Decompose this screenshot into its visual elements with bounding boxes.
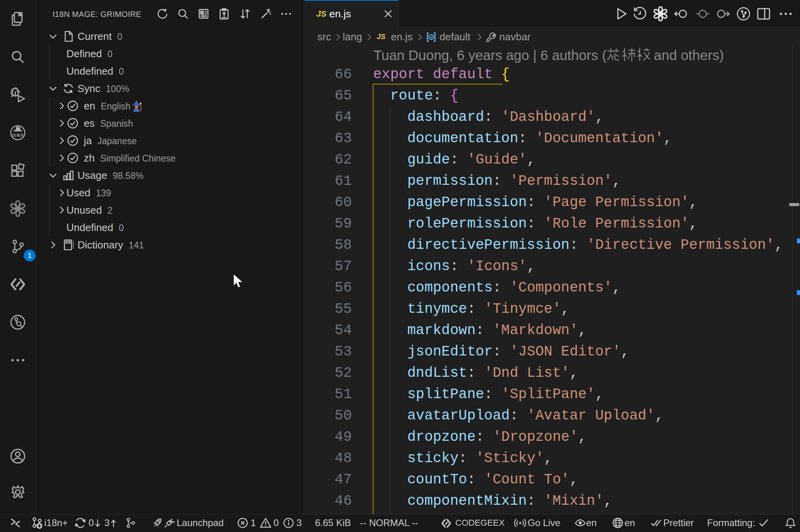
svg-text:i1&S: i1&S	[12, 132, 23, 138]
